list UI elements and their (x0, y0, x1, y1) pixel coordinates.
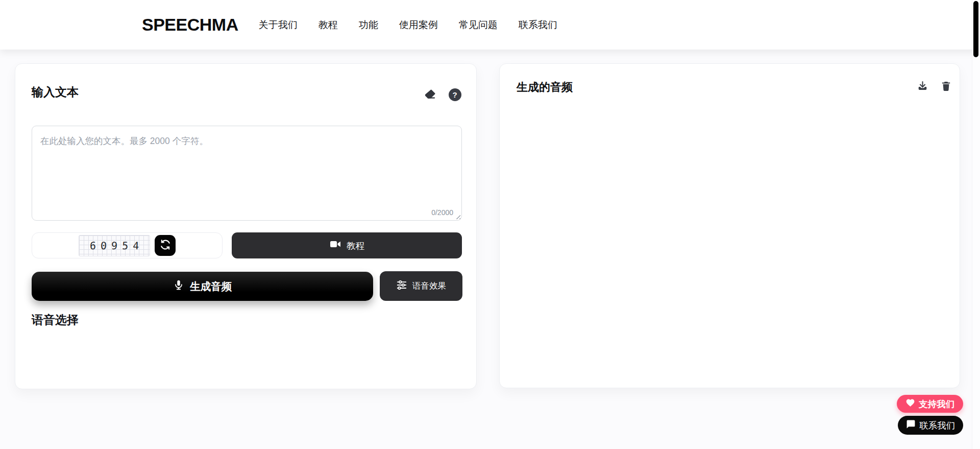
contact-us-button[interactable]: 联系我们 (898, 416, 963, 435)
clear-text-button[interactable] (423, 87, 437, 102)
download-audio-button[interactable] (915, 79, 929, 93)
help-button[interactable]: ? (448, 87, 462, 102)
input-card-title: 输入文本 (32, 84, 79, 100)
nav-item-contact[interactable]: 联系我们 (519, 18, 557, 32)
trash-icon (940, 80, 952, 92)
text-input-area-wrap: 0/2000 (32, 126, 462, 221)
captcha-refresh-button[interactable] (155, 235, 176, 256)
voice-effects-button[interactable]: 语音效果 (380, 271, 462, 301)
nav-item-faq[interactable]: 常见问题 (459, 18, 498, 32)
sliders-icon (396, 279, 407, 293)
generate-audio-button[interactable]: 生成音频 (32, 272, 373, 301)
download-icon (916, 80, 929, 92)
heart-icon (905, 398, 915, 410)
support-us-button[interactable]: 支持我们 (897, 395, 963, 413)
header-inner: SPEECHMA 关于我们 教程 功能 使用案例 常见问题 联系我们 (142, 0, 557, 50)
help-circle-icon: ? (449, 88, 461, 101)
support-us-label: 支持我们 (919, 398, 954, 410)
page-scrollbar-track[interactable] (972, 0, 980, 449)
text-input-area[interactable] (32, 126, 461, 220)
captcha-container: 60954 (32, 232, 223, 258)
speechma-logo[interactable]: SPEECHMA (142, 15, 238, 35)
delete-audio-button[interactable] (939, 79, 953, 93)
nav-item-about[interactable]: 关于我们 (259, 18, 298, 32)
character-counter: 0/2000 (431, 208, 453, 217)
top-navigation-bar: SPEECHMA 关于我们 教程 功能 使用案例 常见问题 联系我们 (0, 0, 980, 50)
nav-item-features[interactable]: 功能 (359, 18, 378, 32)
nav-item-usecases[interactable]: 使用案例 (399, 18, 438, 32)
nav-item-tutorial[interactable]: 教程 (318, 18, 338, 32)
output-card-title: 生成的音频 (517, 80, 573, 95)
contact-us-label: 联系我们 (919, 419, 955, 432)
text-input-card: 输入文本 ? 0/2000 60954 (15, 63, 477, 389)
microphone-icon (173, 279, 184, 293)
page-scrollbar-thumb[interactable] (973, 1, 978, 57)
tutorial-button-label: 教程 (347, 240, 364, 252)
refresh-icon (160, 239, 171, 252)
voice-effects-label: 语音效果 (412, 280, 446, 292)
captcha-code: 60954 (85, 240, 143, 252)
tutorial-button[interactable]: 教程 (232, 232, 462, 258)
main-nav: 关于我们 教程 功能 使用案例 常见问题 联系我们 (259, 18, 557, 32)
chat-bubble-icon (906, 419, 916, 432)
captcha-image: 60954 (79, 235, 150, 256)
generate-audio-label: 生成音频 (190, 279, 232, 294)
generated-audio-card: 生成的音频 (499, 63, 960, 388)
voice-selection-title: 语音选择 (32, 312, 79, 328)
video-camera-icon (329, 238, 341, 253)
eraser-icon (424, 88, 437, 101)
